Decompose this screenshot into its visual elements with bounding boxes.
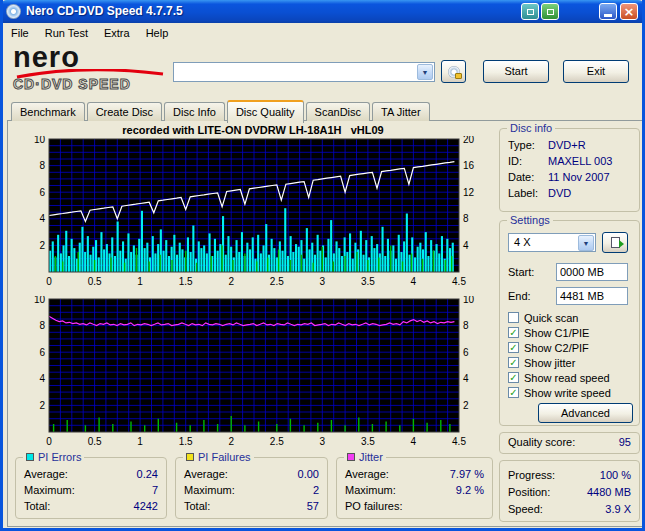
menu-run-test[interactable]: Run Test	[37, 25, 96, 41]
stat-value: 57	[307, 500, 319, 514]
svg-text:1: 1	[137, 436, 143, 447]
disc-date-value: 11 Nov 2007	[548, 171, 610, 183]
pi-failures-color-swatch	[186, 453, 194, 461]
svg-text:1.5: 1.5	[179, 436, 193, 447]
start-button[interactable]: Start	[483, 60, 549, 83]
tab-disc-quality[interactable]: Disc Quality	[227, 100, 304, 123]
svg-text:3: 3	[320, 436, 326, 447]
jitter-stats-panel: Jitter Average:7.97 % Maximum:9.2 % PO f…	[336, 457, 493, 519]
speed-label: Speed:	[508, 503, 543, 517]
stat-label: PO failures:	[345, 500, 402, 514]
checkbox-quick-scan[interactable]: Quick scan	[508, 311, 578, 324]
nero-logo: nero CD·DVD SPEED	[13, 44, 173, 94]
stat-label: Maximum:	[345, 484, 396, 498]
advanced-button[interactable]: Advanced	[538, 403, 633, 423]
stat-label: Maximum:	[24, 484, 75, 498]
close-button[interactable]: ×	[620, 3, 638, 20]
stat-label: Total:	[184, 500, 210, 514]
cd-dvd-speed-logo-text: CD·DVD SPEED	[13, 76, 131, 92]
svg-text:0.5: 0.5	[88, 276, 102, 287]
svg-text:2: 2	[39, 400, 45, 411]
disc-info-title: Disc info	[510, 122, 552, 134]
svg-text:10: 10	[34, 296, 46, 305]
svg-text:3.5: 3.5	[361, 436, 375, 447]
menu-extra[interactable]: Extra	[96, 25, 138, 41]
exit-button[interactable]: Exit	[563, 60, 629, 83]
stat-value: 0.00	[298, 468, 319, 482]
drive-select[interactable]: [3:0] LITE-ON DVDRW LH-18A1H HL09 ▼	[173, 62, 435, 82]
titlebar-extra-button-2[interactable]	[541, 3, 559, 20]
jitter-title: Jitter	[359, 451, 383, 463]
stat-value: 7	[152, 484, 158, 498]
stat-value: 7.97 %	[450, 468, 484, 482]
tab-ta-jitter[interactable]: TA Jitter	[372, 102, 430, 121]
stat-label: Maximum:	[184, 484, 235, 498]
stat-value: 2	[313, 484, 319, 498]
disc-label-value: DVD	[548, 187, 571, 199]
speed-value: 3.9 X	[605, 503, 631, 517]
tab-disc-info[interactable]: Disc Info	[164, 102, 225, 121]
quality-scan-chart: 1086422016128400.511.522.533.544.5	[17, 136, 495, 289]
checkbox-show-jitter[interactable]: ✓Show jitter	[508, 356, 575, 369]
disc-date-label: Date:	[508, 171, 548, 183]
svg-text:12: 12	[463, 187, 475, 198]
checkbox-show-c1-pie[interactable]: ✓Show C1/PIE	[508, 326, 589, 339]
disc-id-value: MAXELL 003	[548, 155, 612, 167]
svg-text:1: 1	[137, 276, 143, 287]
chevron-down-icon[interactable]: ▼	[417, 64, 433, 80]
svg-text:2: 2	[228, 276, 234, 287]
svg-text:16: 16	[463, 160, 475, 171]
menu-file[interactable]: File	[3, 25, 37, 41]
start-position-label: Start:	[508, 266, 534, 278]
checkbox-box[interactable]: ✓	[508, 342, 519, 353]
end-position-input[interactable]	[556, 287, 628, 305]
stat-label: Average:	[345, 468, 389, 482]
chevron-down-icon[interactable]: ▼	[578, 235, 594, 251]
svg-text:3: 3	[320, 276, 326, 287]
tab-create-disc[interactable]: Create Disc	[87, 102, 162, 121]
checkbox-show-write-speed[interactable]: ✓Show write speed	[508, 386, 611, 399]
stat-label: Total:	[24, 500, 50, 514]
checkbox-label: Show C1/PIE	[524, 327, 589, 339]
svg-text:4: 4	[411, 276, 417, 287]
tab-benchmark[interactable]: Benchmark	[11, 102, 85, 121]
checkbox-label: Show C2/PIF	[524, 342, 589, 354]
window-title: Nero CD-DVD Speed 4.7.7.5	[26, 4, 183, 18]
checkbox-box[interactable]: ✓	[508, 372, 519, 383]
titlebar-extra-button-1[interactable]	[521, 3, 539, 20]
settings-title: Settings	[510, 214, 550, 226]
pi-errors-color-swatch	[26, 453, 34, 461]
speed-select-value: 4 X	[514, 236, 531, 248]
menu-help[interactable]: Help	[138, 25, 177, 41]
quality-score-panel: Quality score: 95	[499, 432, 640, 454]
checkbox-box[interactable]: ✓	[508, 327, 519, 338]
disc-id-label: ID:	[508, 155, 548, 167]
minimize-icon	[604, 14, 612, 17]
start-position-input[interactable]	[556, 263, 628, 281]
app-window: Nero CD-DVD Speed 4.7.7.5 × File Run Tes…	[0, 0, 645, 531]
pi-errors-panel: PI Errors Average:0.24 Maximum:7 Total:4…	[15, 457, 167, 519]
svg-text:0: 0	[46, 276, 52, 287]
checkbox-show-c2-pif[interactable]: ✓Show C2/PIF	[508, 341, 589, 354]
svg-text:8: 8	[463, 213, 469, 224]
drive-info-button[interactable]	[441, 60, 466, 83]
checkbox-box[interactable]	[508, 312, 519, 323]
minimize-button[interactable]	[599, 3, 617, 20]
jitter-color-swatch	[347, 453, 355, 461]
checkbox-box[interactable]: ✓	[508, 357, 519, 368]
checkbox-show-read-speed[interactable]: ✓Show read speed	[508, 371, 610, 384]
settings-tool-button[interactable]	[602, 232, 628, 253]
tab-scandisc[interactable]: ScanDisc	[306, 102, 370, 121]
svg-text:1.5: 1.5	[179, 276, 193, 287]
svg-text:0.5: 0.5	[88, 436, 102, 447]
checkbox-box[interactable]: ✓	[508, 387, 519, 398]
svg-text:4: 4	[411, 436, 417, 447]
hand-icon	[455, 73, 462, 79]
checkbox-label: Quick scan	[524, 312, 578, 324]
svg-text:8: 8	[463, 320, 469, 331]
title-bar[interactable]: Nero CD-DVD Speed 4.7.7.5 ×	[0, 0, 645, 23]
svg-text:4.5: 4.5	[452, 276, 466, 287]
speed-select[interactable]: 4 X ▼	[508, 233, 596, 252]
pi-failures-title: PI Failures	[198, 451, 251, 463]
svg-text:4: 4	[463, 373, 469, 384]
